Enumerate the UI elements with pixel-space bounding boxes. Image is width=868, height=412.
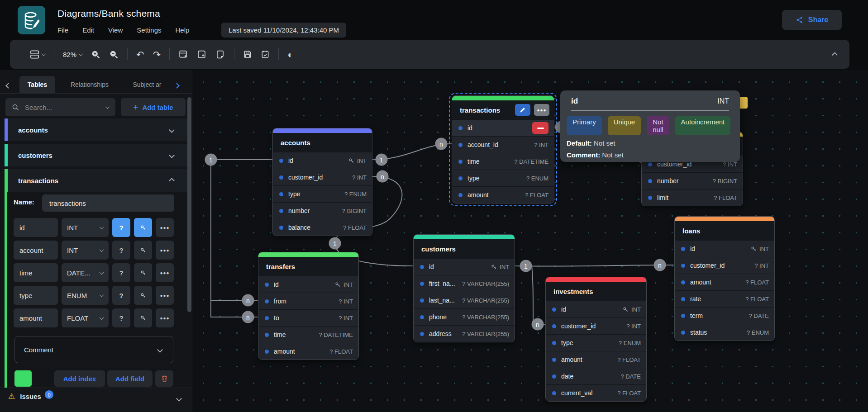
add-table-tool-button[interactable] — [178, 50, 188, 59]
table-field-last_na...[interactable]: last_na...? VARCHAR(255) — [414, 292, 515, 308]
edit-table-button[interactable] — [515, 104, 530, 116]
field-nullable-toggle[interactable]: ? — [112, 241, 130, 260]
diagram-table-customers[interactable]: customersidINTfirst_na...? VARCHAR(255)l… — [413, 234, 515, 342]
issues-bar[interactable]: ⚠ Issues 0 — [0, 388, 192, 412]
table-field-id[interactable]: idINT — [258, 276, 358, 293]
diagram-table-transfers[interactable]: transfersidINTfrom? INTto? INTtime? DATE… — [258, 252, 359, 360]
delete-table-button[interactable] — [155, 370, 173, 387]
table-field-type[interactable]: type? ENUM — [273, 185, 372, 202]
table-field-id[interactable]: idINT — [414, 258, 515, 275]
theme-contrast-button[interactable]: ◐ — [287, 50, 293, 59]
diagram-table-transactions[interactable]: transactions●●●idaccount_id? INTtime? DA… — [452, 95, 554, 204]
undo-button[interactable]: ↶ — [136, 50, 144, 59]
table-field-id[interactable]: idINT — [675, 240, 774, 257]
field-more-options-button[interactable]: ●●● — [156, 286, 174, 305]
field-more-options-button[interactable]: ●●● — [156, 308, 174, 327]
field-primary-key-toggle[interactable] — [134, 308, 152, 327]
field-type-dropdown[interactable]: DATE... — [62, 263, 109, 282]
table-color-swatch[interactable] — [14, 370, 32, 387]
diagram-table-accounts[interactable]: accountsidINTcustomer_id? INTtype? ENUMn… — [272, 128, 372, 236]
table-field-customer_id[interactable]: customer_id? INT — [546, 317, 646, 334]
table-field-phone[interactable]: phone? VARCHAR(255) — [414, 308, 515, 325]
table-field-number[interactable]: number? BIGINT — [642, 172, 743, 189]
sidebar-item-accounts[interactable]: accounts — [5, 118, 187, 141]
table-field-amount[interactable]: amount? FLOAT — [546, 351, 646, 368]
field-name-input[interactable]: amount — [14, 308, 58, 327]
field-type-dropdown[interactable]: INT — [62, 218, 109, 237]
field-more-options-button[interactable]: ●●● — [156, 263, 174, 282]
table-more-button[interactable]: ●●● — [534, 104, 549, 116]
table-title-row[interactable]: customers — [414, 239, 515, 258]
table-field-type[interactable]: type? ENUM — [546, 334, 646, 351]
comment-section[interactable]: Comment — [14, 336, 173, 363]
sidebar-scrollbar[interactable] — [187, 97, 191, 312]
zoom-in-button[interactable] — [91, 50, 100, 59]
table-field-customer_id[interactable]: customer_id? INT — [273, 169, 372, 185]
table-field-customer_id[interactable]: customer_id? INT — [675, 257, 774, 274]
tab-subject-areas[interactable]: Subject ar — [123, 76, 171, 93]
table-field-from[interactable]: from? INT — [258, 293, 358, 309]
redo-button[interactable]: ↷ — [153, 50, 161, 59]
table-field-id[interactable]: idINT — [273, 152, 372, 169]
table-field-rate[interactable]: rate? FLOAT — [675, 290, 774, 307]
table-field-amount[interactable]: amount? FLOAT — [258, 343, 358, 360]
add-index-button[interactable]: Add index — [54, 370, 105, 387]
add-note-tool-button[interactable] — [215, 50, 225, 59]
field-nullable-toggle[interactable]: ? — [112, 308, 130, 327]
table-field-type[interactable]: type? ENUM — [452, 170, 554, 186]
table-field-time[interactable]: time? DATETIME — [258, 326, 358, 343]
table-field-amount[interactable]: amount? FLOAT — [675, 274, 774, 290]
field-primary-key-toggle[interactable] — [134, 263, 152, 282]
field-name-input[interactable]: type — [14, 286, 58, 305]
diagram-table-loans[interactable]: loansidINTcustomer_id? INTamount? FLOATr… — [674, 216, 775, 341]
table-field-status[interactable]: status? ENUM — [675, 324, 774, 341]
field-primary-key-toggle[interactable] — [134, 286, 152, 305]
field-name-input[interactable]: id — [14, 218, 58, 237]
table-title-row[interactable]: transfers — [258, 257, 358, 276]
table-field-term[interactable]: term? DATE — [675, 307, 774, 324]
sidebar-item-transactions[interactable]: transactions — [5, 169, 187, 192]
table-field-time[interactable]: time? DATETIME — [452, 153, 554, 170]
todo-checklist-button[interactable] — [261, 50, 270, 59]
menu-item-file[interactable]: File — [57, 26, 68, 34]
table-field-first_na...[interactable]: first_na...? VARCHAR(255) — [414, 275, 515, 292]
table-field-number[interactable]: number? BIGINT — [273, 202, 372, 219]
table-field-amount[interactable]: amount? FLOAT — [452, 186, 554, 203]
field-type-dropdown[interactable]: INT — [62, 241, 109, 260]
table-field-to[interactable]: to? INT — [258, 309, 358, 326]
table-field-current_val[interactable]: current_val? FLOAT — [546, 384, 646, 401]
field-primary-key-toggle[interactable] — [134, 218, 152, 237]
table-field-date[interactable]: date? DATE — [546, 368, 646, 384]
search-input[interactable] — [25, 104, 100, 111]
field-more-options-button[interactable]: ●●● — [156, 218, 174, 237]
table-field-id[interactable]: id — [452, 119, 554, 136]
menu-item-settings[interactable]: Settings — [137, 26, 161, 34]
table-field-balance[interactable]: balance? FLOAT — [273, 219, 372, 236]
field-type-dropdown[interactable]: FLOAT — [62, 308, 109, 327]
add-area-tool-button[interactable] — [197, 50, 207, 59]
tab-scroll-right-button[interactable] — [175, 81, 179, 90]
menu-item-help[interactable]: Help — [175, 26, 189, 34]
table-field-account_id[interactable]: account_id? INT — [452, 136, 554, 153]
table-field-id[interactable]: idINT — [546, 301, 646, 317]
issues-collapse-button[interactable] — [177, 394, 181, 403]
sidebar-item-customers[interactable]: customers — [5, 144, 187, 166]
share-button[interactable]: Share — [782, 10, 842, 30]
add-table-button[interactable]: + Add table — [121, 98, 186, 116]
table-title-row[interactable]: accounts — [273, 133, 372, 152]
field-name-input[interactable]: account_ — [14, 241, 58, 260]
zoom-level-dropdown[interactable]: 82% — [63, 51, 82, 58]
menu-item-view[interactable]: View — [108, 26, 123, 34]
field-primary-key-toggle[interactable] — [134, 241, 152, 260]
table-title-row[interactable]: loans — [675, 221, 774, 240]
table-title-row[interactable]: investments — [546, 282, 646, 301]
table-field-address[interactable]: address? VARCHAR(255) — [414, 325, 515, 342]
table-title-row[interactable]: transactions●●● — [452, 100, 554, 119]
field-name-input[interactable]: time — [14, 263, 58, 282]
tab-scroll-left-button[interactable] — [6, 81, 10, 90]
tab-relationships[interactable]: Relationships — [62, 76, 118, 93]
app-logo-icon[interactable] — [18, 6, 45, 34]
field-nullable-toggle[interactable]: ? — [112, 263, 130, 282]
table-field-limit[interactable]: limit? FLOAT — [642, 189, 743, 206]
layout-panels-button[interactable] — [30, 50, 45, 59]
